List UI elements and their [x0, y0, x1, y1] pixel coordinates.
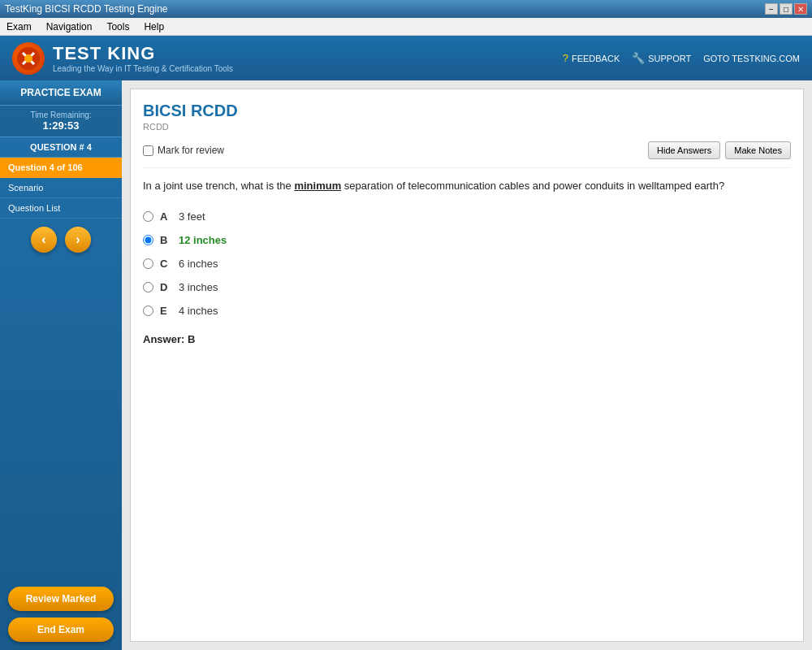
- app-header: TEST KING Leading the Way in IT Testing …: [0, 36, 812, 80]
- practice-exam-label: PRACTICE EXAM: [0, 80, 122, 106]
- option-d: D 3 inches: [143, 281, 791, 293]
- sidebar-item-question[interactable]: Question 4 of 106: [0, 158, 122, 178]
- mark-review-section: Mark for review: [143, 145, 224, 156]
- feedback-label: FEEDBACK: [572, 54, 620, 63]
- logo-text: TEST KING Leading the Way in IT Testing …: [53, 43, 233, 73]
- option-b-text: 12 inches: [179, 234, 227, 246]
- logo-area: TEST KING Leading the Way in IT Testing …: [12, 42, 233, 75]
- option-d-text: 3 inches: [179, 281, 218, 293]
- question-text: In a joint use trench, what is the minim…: [143, 178, 791, 194]
- option-e-letter: E: [160, 305, 172, 317]
- title-bar: TestKing BICSI RCDD Testing Engine − □ ✕: [0, 0, 812, 18]
- radio-b[interactable]: [143, 235, 153, 245]
- feedback-icon: ?: [563, 52, 568, 64]
- question-number: QUESTION # 4: [0, 137, 122, 158]
- option-a-text: 3 feet: [179, 210, 205, 223]
- menu-tools[interactable]: Tools: [103, 20, 132, 34]
- logo-name: TEST KING: [53, 43, 233, 64]
- sidebar-nav-items: Question 4 of 106 Scenario Question List: [0, 158, 122, 219]
- close-button[interactable]: ✕: [794, 3, 807, 15]
- title-bar-text: TestKing BICSI RCDD Testing Engine: [5, 3, 168, 15]
- support-icon: 🔧: [632, 52, 645, 64]
- radio-a[interactable]: [143, 211, 153, 222]
- menu-bar: Exam Navigation Tools Help: [0, 18, 812, 36]
- timer-section: Time Remaining: 1:29:53: [0, 106, 122, 137]
- question-subtitle: RCDD: [143, 122, 791, 132]
- menu-exam[interactable]: Exam: [3, 20, 35, 34]
- maximize-button[interactable]: □: [780, 3, 793, 15]
- toolbar-buttons: Hide Answers Make Notes: [648, 141, 791, 159]
- main-layout: PRACTICE EXAM Time Remaining: 1:29:53 QU…: [0, 80, 812, 650]
- highlight-word: minimum: [294, 180, 341, 192]
- option-e: E 4 inches: [143, 305, 791, 317]
- radio-e[interactable]: [143, 306, 153, 316]
- menu-help[interactable]: Help: [140, 20, 167, 34]
- question-toolbar: Mark for review Hide Answers Make Notes: [143, 141, 791, 168]
- option-a: A 3 feet: [143, 210, 791, 223]
- hide-answers-button[interactable]: Hide Answers: [648, 141, 720, 159]
- goto-label: GOTO TESTKING.COM: [703, 54, 800, 63]
- header-links: ? FEEDBACK 🔧 SUPPORT GOTO TESTKING.COM: [563, 52, 800, 64]
- logo-icon: [12, 42, 45, 75]
- sidebar-item-scenario[interactable]: Scenario: [0, 178, 122, 198]
- timer-label: Time Remaining:: [3, 110, 119, 119]
- make-notes-button[interactable]: Make Notes: [725, 141, 791, 159]
- sidebar-bottom: Review Marked End Exam: [0, 578, 122, 650]
- goto-link[interactable]: GOTO TESTKING.COM: [703, 54, 800, 63]
- option-b: B 12 inches: [143, 234, 791, 246]
- nav-arrows: ‹ ›: [31, 219, 91, 261]
- review-marked-button[interactable]: Review Marked: [8, 587, 114, 611]
- support-label: SUPPORT: [648, 54, 691, 63]
- feedback-link[interactable]: ? FEEDBACK: [563, 52, 620, 64]
- option-a-letter: A: [160, 210, 172, 223]
- option-c: C 6 inches: [143, 258, 791, 270]
- mark-review-checkbox[interactable]: [143, 145, 153, 156]
- option-e-text: 4 inches: [179, 305, 218, 317]
- sidebar-item-question-list[interactable]: Question List: [0, 198, 122, 219]
- end-exam-button[interactable]: End Exam: [8, 618, 114, 642]
- radio-c[interactable]: [143, 258, 153, 269]
- option-c-letter: C: [160, 258, 172, 270]
- sidebar: PRACTICE EXAM Time Remaining: 1:29:53 QU…: [0, 80, 122, 650]
- content-area: BICSI RCDD RCDD Mark for review Hide Ans…: [122, 80, 812, 650]
- prev-button[interactable]: ‹: [31, 227, 57, 253]
- minimize-button[interactable]: −: [765, 3, 778, 15]
- mark-review-label: Mark for review: [158, 145, 224, 156]
- question-panel: BICSI RCDD RCDD Mark for review Hide Ans…: [130, 89, 804, 642]
- svg-point-1: [24, 54, 32, 63]
- option-d-letter: D: [160, 281, 172, 293]
- answer-options: A 3 feet B 12 inches C 6 inches D 3 inch: [143, 210, 791, 317]
- radio-d[interactable]: [143, 282, 153, 292]
- option-b-letter: B: [160, 234, 172, 246]
- logo-tagline: Leading the Way in IT Testing & Certific…: [53, 64, 233, 73]
- support-link[interactable]: 🔧 SUPPORT: [632, 52, 691, 64]
- question-title: BICSI RCDD: [143, 102, 791, 120]
- option-c-text: 6 inches: [179, 258, 218, 270]
- next-button[interactable]: ›: [65, 227, 91, 253]
- timer-value: 1:29:53: [3, 119, 119, 132]
- answer-reveal: Answer: B: [143, 333, 791, 345]
- menu-navigation[interactable]: Navigation: [43, 20, 96, 34]
